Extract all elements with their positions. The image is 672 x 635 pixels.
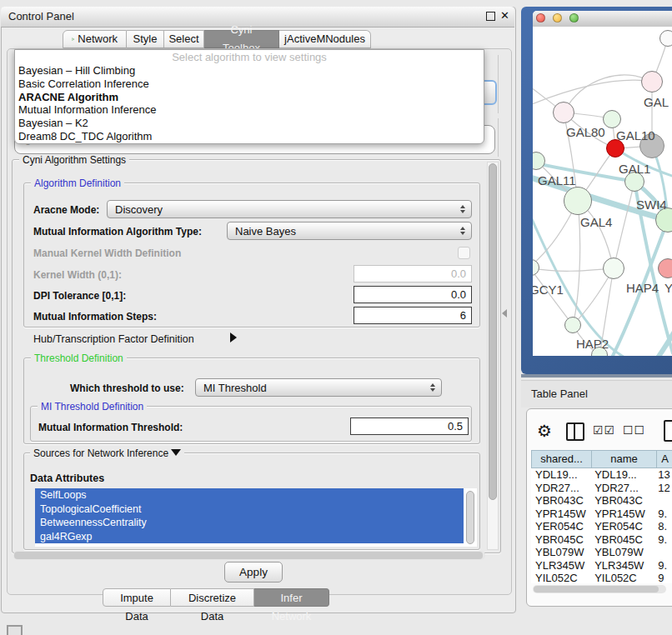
dropdown-item[interactable]: Mutual Information Inference	[15, 103, 484, 117]
node-label: Y	[664, 281, 672, 295]
aracne-mode-label: Aracne Mode:	[33, 204, 99, 216]
dpi-tolerance-label: DPI Tolerance [0,1]:	[33, 290, 126, 302]
table-row[interactable]: YLR345WYLR345W9.	[531, 559, 672, 572]
node-label: HAP2	[576, 337, 609, 351]
deselect-all-checkboxes-icon[interactable]: ☐☐	[623, 423, 645, 437]
node-label: SWI4	[636, 198, 667, 212]
group-border-fragment	[498, 55, 499, 113]
which-threshold-label: Which threshold to use:	[70, 382, 184, 394]
network-node-gal80[interactable]	[553, 102, 574, 123]
tab-cyni-toolbox[interactable]: Cyni Toolbox	[204, 30, 279, 48]
table-row[interactable]: YDR27...YDR27...12	[531, 482, 672, 495]
zoom-traffic-light[interactable]	[569, 13, 579, 22]
select-all-checkboxes-icon[interactable]: ☑☑	[593, 423, 615, 437]
dropdown-item-selected[interactable]: ARACNE Algorithm	[15, 91, 484, 104]
table-hscrollbar-thumb[interactable]	[534, 586, 659, 592]
mi-threshold-title: MI Threshold Definition	[38, 401, 147, 412]
column-header-shared[interactable]: shared...	[531, 450, 592, 468]
dropdown-item[interactable]: Dream8 DC_TDC Algorithm	[15, 130, 484, 143]
expand-right-icon[interactable]	[230, 332, 237, 342]
list-item[interactable]: gal4RGexp	[35, 530, 464, 544]
tab-network[interactable]: Network	[63, 30, 127, 48]
tab-infer-network[interactable]: Infer Network	[254, 588, 329, 607]
table-row[interactable]: YIL052CYIL052C9	[531, 572, 672, 583]
table-row[interactable]: YPR145WYPR145W9.	[531, 508, 672, 521]
table-body: YDL19...YDL19...13 YDR27...YDR27...12 YB…	[531, 468, 672, 583]
which-threshold-combo[interactable]: MI Threshold	[195, 378, 442, 397]
close-traffic-light[interactable]	[536, 13, 545, 22]
table-row[interactable]: YBR045CYBR045C9.	[531, 533, 672, 547]
table-row[interactable]: YDL19...YDL19...13	[531, 468, 672, 482]
network-node-hap2[interactable]	[564, 317, 581, 333]
minimize-traffic-light[interactable]	[553, 13, 562, 22]
sources-title: Sources for Network Inference	[30, 448, 184, 459]
gear-icon[interactable]: ⚙	[537, 421, 552, 441]
dropdown-item[interactable]: Bayesian – K2	[15, 117, 484, 130]
group-border-fragment	[498, 118, 499, 157]
float-window-icon[interactable]	[486, 12, 495, 21]
table-header-row: shared... name A	[531, 450, 672, 468]
table-hscrollbar[interactable]	[533, 585, 666, 593]
network-icon	[72, 34, 74, 44]
settings-scrollbar-thumb[interactable]	[489, 163, 497, 500]
network-node-gal10[interactable]	[603, 110, 621, 128]
algorithm-definition-title: Algorithm Definition	[31, 178, 124, 189]
columns-icon[interactable]	[566, 422, 584, 441]
node-label: GCY1	[533, 282, 564, 297]
node-label: GAL	[644, 95, 669, 109]
network-window-shadow	[521, 374, 672, 378]
apply-button[interactable]: Apply	[224, 562, 283, 582]
dropdown-item[interactable]: Bayesian – Hill Climbing	[15, 64, 484, 78]
list-item[interactable]: BetweennessCentrality	[35, 516, 464, 530]
manual-kernel-checkbox[interactable]	[458, 247, 470, 259]
dropdown-item[interactable]: Basic Correlation Inference	[15, 78, 484, 91]
tab-discretize-data[interactable]: Discretize Data	[171, 588, 254, 607]
close-icon[interactable]: ✕	[500, 9, 509, 22]
network-node-y[interactable]	[658, 258, 672, 278]
splitter-collapse-icon[interactable]	[502, 309, 507, 318]
table-row[interactable]: YBL079WYBL079W	[531, 546, 672, 559]
node-label: GAL10	[616, 128, 655, 142]
combo-arrows-icon	[460, 205, 465, 213]
list-item[interactable]: SelfLoops	[35, 488, 464, 502]
table-row[interactable]: YER054CYER054C8.	[531, 520, 672, 533]
threshold-definition-title: Threshold Definition	[31, 352, 127, 364]
network-node-hap4[interactable]	[603, 258, 624, 279]
table-panel-title: Table Panel	[531, 388, 588, 400]
tab-style[interactable]: Style	[127, 30, 164, 48]
kernel-width-field[interactable]: 0.0	[354, 265, 472, 282]
settings-group-title: Cyni Algorithm Settings	[19, 154, 129, 166]
node-label: GAL80	[566, 125, 605, 139]
list-item[interactable]: TopologicalCoefficient	[35, 502, 464, 517]
collapse-down-icon[interactable]	[171, 449, 181, 456]
mi-threshold-field[interactable]: 0.5	[350, 418, 469, 435]
dpi-tolerance-field[interactable]: 0.0	[354, 286, 472, 303]
table-row[interactable]: YBR043CYBR043C	[531, 494, 672, 508]
mi-steps-field[interactable]: 6	[354, 307, 472, 324]
mi-type-label: Mutual Information Algorithm Type:	[33, 226, 202, 238]
settings-hscrollbar-thumb[interactable]	[14, 552, 483, 559]
network-canvas[interactable]: GAL GAL80 GAL10 GAL1 GAL11 SWI4 GAL4 GCY…	[533, 27, 672, 356]
manual-kernel-label: Manual Kernel Width Definition	[33, 248, 181, 259]
column-header-name[interactable]: name	[592, 450, 657, 468]
list-scrollbar-thumb[interactable]	[466, 491, 474, 544]
dropdown-placeholder: Select algorithm to view settings	[15, 50, 484, 64]
mi-steps-label: Mutual Information Steps:	[33, 311, 157, 322]
network-node-gal4[interactable]	[564, 187, 592, 215]
combo-arrows-icon	[460, 227, 465, 235]
minimized-panel-icon[interactable]	[7, 625, 23, 635]
tab-jactivemnodules[interactable]: jActiveMNodules	[279, 30, 371, 48]
column-header-partial[interactable]: A	[657, 450, 672, 468]
data-attributes-label: Data Attributes	[30, 472, 104, 484]
network-node-gal[interactable]	[641, 71, 663, 92]
settings-hscrollbar[interactable]	[13, 551, 485, 560]
node-label: GAL4	[580, 215, 612, 229]
document-icon[interactable]	[664, 420, 672, 442]
control-panel-tabs: Network Style Select Cyni Toolbox jActiv…	[63, 30, 371, 48]
network-node[interactable]	[659, 30, 672, 47]
tab-impute-data[interactable]: Impute Data	[103, 588, 171, 607]
tab-select[interactable]: Select	[164, 30, 204, 48]
aracne-mode-combo[interactable]: Discovery	[107, 200, 472, 218]
mi-type-combo[interactable]: Naive Bayes	[227, 222, 472, 240]
node-label: GAL11	[538, 173, 576, 188]
